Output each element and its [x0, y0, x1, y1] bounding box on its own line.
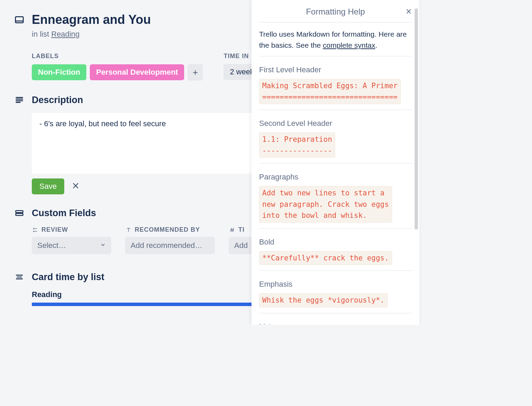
panel-intro: Trello uses Markdown for formatting. Her… [259, 29, 412, 50]
svg-point-10 [34, 228, 35, 229]
labels-heading: LABELS [32, 53, 203, 60]
label-personal-development[interactable]: Personal Development [90, 64, 184, 80]
svg-rect-0 [16, 17, 23, 23]
svg-point-11 [34, 231, 35, 232]
fmt-para-code: Add two new lines to start a new paragra… [259, 186, 392, 223]
divider [259, 228, 412, 229]
dropdown-type-icon [32, 227, 39, 233]
fmt-bold-code: **Carefully** crack the eggs. [259, 251, 392, 265]
in-list-prefix: in list [32, 30, 51, 38]
cf-recommended-label: RECOMMENDED BY [135, 226, 200, 233]
complete-syntax-link[interactable]: complete syntax [323, 41, 375, 49]
cf-times-placeholder: Add [234, 241, 248, 250]
cancel-button[interactable] [69, 179, 82, 193]
panel-intro-tail: . [375, 41, 377, 49]
fmt-em-label: Emphasis [259, 278, 412, 290]
cf-times-label: TI [238, 226, 245, 233]
cf-review-label: REVIEW [41, 226, 68, 233]
fmt-bold-label: Bold [259, 236, 412, 248]
card-time-icon [14, 271, 25, 283]
svg-rect-9 [16, 213, 23, 215]
fmt-para-label: Paragraphs [259, 171, 412, 183]
description-heading: Description [32, 95, 83, 105]
svg-rect-8 [16, 211, 23, 213]
cf-recommended-placeholder: Add recommended… [131, 241, 202, 250]
divider [259, 270, 412, 271]
fmt-h2-label: Second Level Header [259, 118, 412, 129]
custom-fields-icon [14, 207, 25, 219]
add-label-button[interactable]: + [188, 64, 203, 81]
panel-title: Formatting Help [306, 7, 365, 17]
divider [259, 110, 412, 110]
card-title[interactable]: Enneagram and You [32, 12, 151, 27]
divider [259, 313, 412, 313]
card-time-heading: Card time by list [32, 272, 104, 283]
svg-line-18 [231, 228, 231, 232]
fmt-h2-code: 1.1: Preparation ---------------- [259, 132, 335, 158]
fmt-lists-label: Lists [259, 321, 412, 325]
description-icon [14, 94, 25, 105]
cf-recommended-input[interactable]: Add recommended… [125, 237, 215, 254]
list-link[interactable]: Reading [51, 30, 79, 38]
formatting-help-panel: Formatting Help Trello uses Markdown for… [251, 0, 419, 325]
close-icon[interactable] [406, 8, 412, 17]
fmt-h1-label: First Level Header [259, 64, 412, 75]
text-type-icon [125, 227, 132, 233]
divider [259, 56, 412, 56]
label-non-fiction[interactable]: Non-Fiction [32, 64, 86, 80]
svg-line-19 [233, 228, 233, 232]
fmt-em-code: Whisk the eggs *vigorously*. [259, 293, 388, 307]
labels-section: LABELS Non-Fiction Personal Development … [32, 53, 203, 81]
scrollbar[interactable] [415, 8, 418, 230]
number-type-icon [229, 227, 236, 233]
cf-review-select[interactable]: Select… [32, 237, 111, 254]
custom-fields-heading: Custom Fields [32, 208, 96, 219]
save-button[interactable]: Save [32, 178, 64, 194]
cf-review-placeholder: Select… [37, 241, 66, 250]
divider [259, 163, 412, 164]
fmt-h1-code: Making Scrambled Eggs: A Primer ========… [259, 79, 401, 104]
chevron-down-icon [100, 242, 106, 249]
card-time-bar [32, 303, 253, 306]
card-icon [14, 14, 25, 25]
description-editor[interactable]: - 6's are loyal, but need to feel secure [32, 113, 253, 174]
